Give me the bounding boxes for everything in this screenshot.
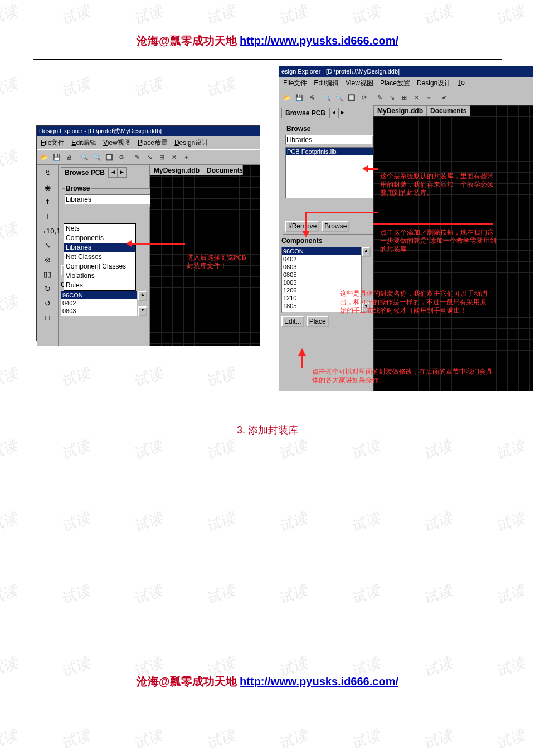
menu-bar[interactable]: FFile文件ile文件 Edit编辑 View视图 Place放置 Desig…: [37, 136, 260, 149]
tab-mydesign[interactable]: MyDesign.ddb: [150, 165, 203, 175]
browse-legend: Browse: [285, 125, 312, 133]
scroll-left-icon[interactable]: ◄: [109, 167, 118, 178]
toolbar-button[interactable]: ＋: [181, 152, 192, 163]
tab-documents[interactable]: Documents: [203, 165, 243, 175]
footer-brand: 沧海@瓢零成功天地: [137, 675, 240, 687]
toolbar-button[interactable]: ＋: [423, 92, 434, 103]
toolbar-button[interactable]: ↘: [144, 152, 155, 163]
scroll-right-icon[interactable]: ►: [338, 108, 347, 118]
menu-view[interactable]: View视图: [343, 78, 376, 89]
dropdown-item[interactable]: Net Classes: [64, 252, 135, 262]
list-item[interactable]: 96CON: [282, 247, 361, 255]
browse-select[interactable]: ▼: [65, 194, 162, 204]
toolbar-button[interactable]: ⟳: [358, 92, 369, 103]
toolbar-button[interactable]: 📂: [39, 152, 50, 163]
dropdown-item[interactable]: Rules: [64, 281, 135, 290]
browse-panel: Browse PCB ◄ ► Browse ▼ PCB Footprints.l…: [279, 105, 373, 391]
browse-select[interactable]: ▼: [285, 135, 382, 145]
menu-file[interactable]: File文件: [280, 78, 310, 89]
toolbox-button[interactable]: ⊗: [42, 255, 52, 265]
vertical-toolbox[interactable]: ↯◉↥T₊10,10⤡⊗▯▯↻↺□: [37, 165, 59, 346]
scroll-right-icon[interactable]: ►: [118, 167, 127, 178]
menu-file[interactable]: FFile文件ile文件: [38, 138, 67, 148]
edit-button[interactable]: Edit...: [281, 316, 304, 327]
toolbar-button[interactable]: 🔍: [334, 92, 345, 103]
menu-place[interactable]: Place放置: [135, 138, 171, 148]
annotation-components: 这些是具体的封装名称，我们双击它们可以手动调出，和SCH的操作是一样的，不过一般…: [340, 290, 489, 315]
dropdown-item[interactable]: Components: [64, 233, 135, 243]
toolbar-button[interactable]: ⟳: [116, 152, 127, 163]
scroll-left-icon[interactable]: ◄: [329, 108, 338, 118]
toolbox-button[interactable]: ₊10,10: [42, 226, 52, 236]
screenshot-left: Design Explorer - [D:\protel试\MyDesign.d…: [36, 125, 260, 341]
toolbox-button[interactable]: ⤡: [42, 241, 52, 251]
toolbar-button[interactable]: 🖨: [306, 92, 317, 103]
tab-browse-pcb[interactable]: Browse PCB: [281, 108, 329, 118]
menu-edit[interactable]: Edit编辑: [311, 78, 342, 89]
toolbar-button[interactable]: ✔: [439, 92, 450, 103]
toolbar-button[interactable]: ✎: [132, 152, 143, 163]
toolbox-button[interactable]: T: [42, 212, 52, 222]
list-item[interactable]: 0603: [61, 307, 137, 315]
header-rule: [33, 59, 502, 60]
list-item[interactable]: 0402: [282, 255, 361, 263]
dropdown-item[interactable]: Violations: [64, 271, 135, 281]
toolbar-button[interactable]: 🖨: [64, 152, 75, 163]
toolbar-button[interactable]: ✕: [411, 92, 422, 103]
toolbar-button[interactable]: 💾: [51, 152, 62, 163]
browse-button[interactable]: Browse: [322, 221, 349, 232]
tab-browse-pcb[interactable]: Browse PCB: [61, 167, 109, 178]
scrollbar[interactable]: ▲▼: [138, 291, 147, 316]
header-link[interactable]: http://www.pyusks.id666.com/: [240, 35, 398, 47]
add-remove-button[interactable]: I/Remove: [285, 221, 319, 232]
toolbox-button[interactable]: ↺: [42, 299, 52, 309]
toolbar-button[interactable]: 🔍: [79, 152, 90, 163]
place-button[interactable]: Place: [307, 316, 329, 327]
annotation-add-remove: 点击这个添加／删除按钮，现在我们这一步要做的就是"添加一个教学需要用到的封装库: [380, 228, 497, 253]
toolbar-button[interactable]: 📂: [281, 92, 293, 103]
list-item[interactable]: 1005: [282, 279, 361, 286]
toolbar-button[interactable]: ✕: [168, 152, 179, 163]
components-list[interactable]: 96CON04020603: [61, 291, 138, 316]
list-item[interactable]: 0805: [282, 271, 361, 279]
list-item[interactable]: 96CON: [61, 291, 137, 299]
library-item[interactable]: PCB Footprints.lib: [286, 148, 382, 155]
menu-tools[interactable]: To: [455, 78, 468, 89]
toolbar-button[interactable]: 🔲: [104, 152, 115, 163]
menu-view[interactable]: View视图: [100, 138, 134, 148]
tab-mydesign[interactable]: MyDesign.ddb: [373, 105, 427, 116]
toolbar-button[interactable]: 🔍: [91, 152, 103, 163]
list-item[interactable]: 0402: [61, 299, 137, 307]
toolbar-button[interactable]: 🔍: [322, 92, 333, 103]
browse-input[interactable]: [285, 135, 371, 145]
toolbox-button[interactable]: ↥: [42, 197, 52, 207]
toolbar-button[interactable]: 💾: [294, 92, 305, 103]
toolbar: 📂💾🖨🔍🔍🔲⟳✎↘⊞✕＋✔: [279, 90, 533, 105]
toolbar-button[interactable]: ⊞: [156, 152, 167, 163]
toolbox-button[interactable]: □: [42, 313, 52, 323]
menu-edit[interactable]: Edit编辑: [69, 138, 99, 148]
toolbox-button[interactable]: ↻: [42, 284, 52, 294]
components-label: Components: [281, 237, 371, 245]
toolbar-button[interactable]: ✎: [374, 92, 385, 103]
toolbar-button[interactable]: ↘: [386, 92, 397, 103]
toolbox-button[interactable]: ▯▯: [42, 270, 52, 280]
footer-link[interactable]: http://www.pyusks.id666.com/: [240, 675, 398, 687]
dropdown-item[interactable]: Libraries: [64, 243, 135, 252]
menu-place[interactable]: Place放置: [377, 78, 413, 89]
toolbox-button[interactable]: ◉: [42, 183, 52, 193]
toolbar-button[interactable]: 🔲: [346, 92, 357, 103]
browse-dropdown[interactable]: NetsComponentsLibrariesNet ClassesCompon…: [64, 223, 136, 291]
browse-input[interactable]: [65, 194, 150, 204]
dropdown-item[interactable]: Component Classes: [64, 262, 135, 271]
toolbar-button[interactable]: ⊞: [398, 92, 410, 103]
menu-design[interactable]: Design设计: [414, 78, 454, 89]
menu-bar[interactable]: File文件 Edit编辑 View视图 Place放置 Design设计 To: [279, 77, 533, 90]
libraries-list[interactable]: PCB Footprints.lib: [285, 147, 382, 198]
tab-documents[interactable]: Documents: [427, 105, 470, 116]
list-item[interactable]: 0603: [282, 263, 361, 271]
window-title: esign Explorer - [D:\protel试\MyDesign.dd…: [279, 66, 533, 77]
dropdown-item[interactable]: Nets: [64, 224, 135, 233]
menu-design[interactable]: Design设计: [172, 138, 211, 148]
toolbox-button[interactable]: ↯: [42, 168, 52, 178]
